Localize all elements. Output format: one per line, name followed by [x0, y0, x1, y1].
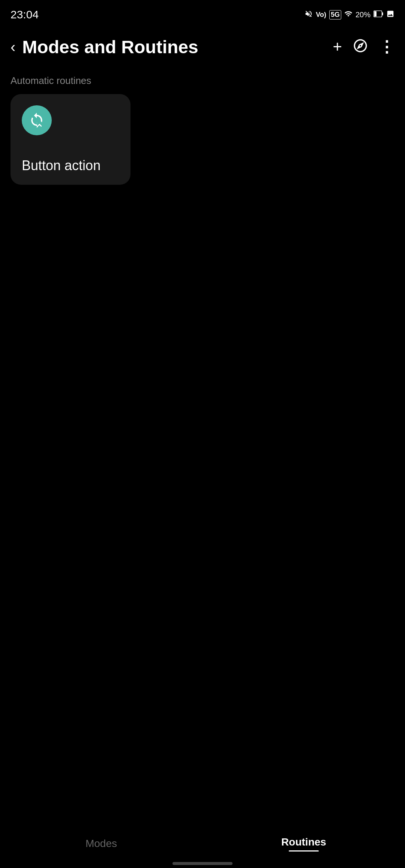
- header-actions: + ⋮: [333, 38, 394, 56]
- routine-card[interactable]: Button action: [10, 94, 130, 185]
- home-indicator: [172, 862, 232, 865]
- routine-sync-icon: [28, 112, 45, 129]
- volte-icon: Vo): [316, 11, 326, 19]
- more-button[interactable]: ⋮: [379, 39, 394, 55]
- tab-routines[interactable]: Routines: [202, 836, 405, 852]
- battery-percent: 20%: [356, 10, 370, 19]
- status-bar: 23:04 Vo) 5G 20%: [0, 0, 405, 26]
- routine-name: Button action: [22, 158, 100, 173]
- status-time: 23:04: [10, 8, 39, 21]
- screenshot-icon: [386, 10, 394, 19]
- svg-rect-1: [374, 11, 376, 16]
- signal-icon: [344, 10, 352, 20]
- back-button[interactable]: ‹: [10, 39, 15, 54]
- tab-modes-label: Modes: [86, 838, 117, 850]
- header: ‹ Modes and Routines + ⋮: [0, 26, 405, 67]
- section-label: Automatic routines: [10, 75, 394, 87]
- fiveg-icon: 5G: [329, 10, 341, 19]
- main-content: Automatic routines Button action: [0, 67, 405, 192]
- add-button[interactable]: +: [333, 39, 342, 55]
- tab-active-underline: [289, 850, 319, 852]
- svg-rect-2: [382, 12, 383, 15]
- mute-icon: [304, 10, 313, 20]
- page-title: Modes and Routines: [22, 37, 333, 57]
- status-icons: Vo) 5G 20%: [304, 10, 394, 20]
- routine-icon-wrapper: [22, 105, 52, 135]
- battery-icon: [374, 10, 383, 19]
- tab-modes[interactable]: Modes: [0, 838, 202, 850]
- bottom-tab-bar: Modes Routines: [0, 823, 405, 868]
- explore-button[interactable]: [352, 38, 368, 56]
- tab-routines-label: Routines: [281, 836, 326, 848]
